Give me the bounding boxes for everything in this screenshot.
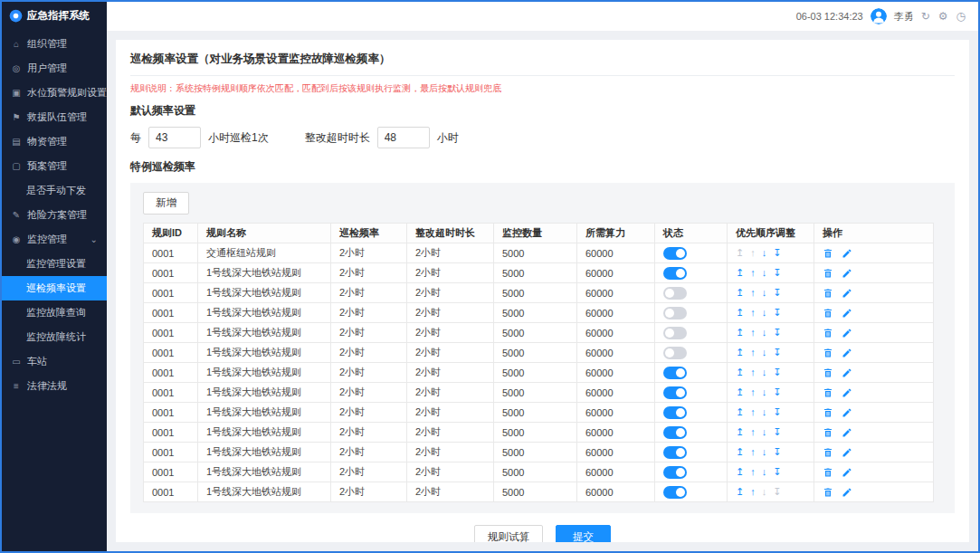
move-up-icon[interactable]: ↑ [750, 446, 756, 458]
move-top-icon[interactable]: ↥ [736, 267, 744, 279]
move-top-icon[interactable]: ↥ [736, 406, 744, 418]
edit-icon[interactable] [842, 487, 852, 498]
move-up-icon[interactable]: ↑ [750, 287, 756, 299]
move-up-icon[interactable]: ↑ [750, 327, 756, 338]
sidebar-item[interactable]: ≡法律法规 [2, 374, 107, 398]
status-toggle[interactable] [663, 486, 687, 499]
move-bottom-icon[interactable]: ↧ [773, 327, 781, 338]
refresh-icon[interactable]: ↻ [921, 10, 930, 23]
move-top-icon[interactable]: ↥ [736, 327, 744, 338]
move-down-icon[interactable]: ↓ [762, 386, 767, 398]
move-top-icon[interactable]: ↥ [736, 386, 744, 398]
move-down-icon[interactable]: ↓ [762, 347, 767, 358]
move-down-icon[interactable]: ↓ [762, 426, 767, 438]
move-bottom-icon[interactable]: ↧ [773, 486, 781, 498]
sidebar-item[interactable]: 监控管理设置 [2, 252, 107, 276]
status-toggle[interactable] [663, 406, 687, 419]
move-top-icon[interactable]: ↥ [736, 247, 744, 259]
move-down-icon[interactable]: ↓ [762, 367, 767, 378]
submit-button[interactable]: 提交 [556, 525, 611, 542]
delete-icon[interactable] [823, 387, 833, 398]
move-top-icon[interactable]: ↥ [736, 486, 744, 498]
rule-trial-button[interactable]: 规则试算 [474, 525, 543, 542]
status-toggle[interactable] [663, 386, 687, 399]
edit-icon[interactable] [842, 447, 852, 458]
sidebar-item[interactable]: ▭车站 [2, 349, 107, 374]
edit-icon[interactable] [842, 288, 852, 299]
delete-icon[interactable] [823, 308, 833, 319]
move-down-icon[interactable]: ↓ [762, 327, 767, 338]
username[interactable]: 李勇 [894, 10, 914, 24]
move-up-icon[interactable]: ↑ [750, 367, 756, 378]
edit-icon[interactable] [842, 467, 852, 478]
move-top-icon[interactable]: ↥ [736, 466, 744, 478]
move-up-icon[interactable]: ↑ [750, 486, 756, 498]
move-bottom-icon[interactable]: ↧ [773, 386, 781, 398]
status-toggle[interactable] [663, 347, 687, 359]
edit-icon[interactable] [842, 308, 852, 319]
move-bottom-icon[interactable]: ↧ [773, 267, 781, 279]
move-up-icon[interactable]: ↑ [750, 466, 756, 478]
sidebar-item[interactable]: ✎抢险方案管理 [2, 203, 107, 227]
move-up-icon[interactable]: ↑ [750, 267, 756, 279]
delete-icon[interactable] [823, 328, 833, 338]
move-down-icon[interactable]: ↓ [762, 247, 767, 259]
sidebar-item[interactable]: ⚑救援队伍管理 [2, 105, 107, 129]
move-up-icon[interactable]: ↑ [750, 247, 756, 259]
move-top-icon[interactable]: ↥ [736, 426, 744, 438]
sidebar-item[interactable]: ◉监控管理⌄ [2, 227, 107, 252]
delete-icon[interactable] [823, 248, 833, 259]
edit-icon[interactable] [842, 407, 852, 418]
avatar[interactable] [871, 8, 887, 24]
status-toggle[interactable] [663, 327, 687, 339]
move-bottom-icon[interactable]: ↧ [773, 426, 781, 438]
move-down-icon[interactable]: ↓ [762, 466, 767, 478]
delete-icon[interactable] [823, 467, 833, 478]
move-bottom-icon[interactable]: ↧ [773, 307, 781, 319]
move-bottom-icon[interactable]: ↧ [773, 406, 781, 418]
delete-icon[interactable] [823, 487, 833, 498]
sidebar-item[interactable]: 监控故障查询 [2, 300, 107, 325]
status-toggle[interactable] [663, 446, 687, 459]
delete-icon[interactable] [823, 407, 833, 418]
move-up-icon[interactable]: ↑ [750, 307, 756, 319]
edit-icon[interactable] [842, 248, 852, 259]
timeout-hours-input[interactable] [377, 127, 430, 148]
edit-icon[interactable] [842, 348, 852, 358]
status-toggle[interactable] [663, 367, 687, 379]
move-bottom-icon[interactable]: ↧ [773, 247, 781, 259]
move-bottom-icon[interactable]: ↧ [773, 367, 781, 378]
move-top-icon[interactable]: ↥ [736, 347, 744, 358]
move-up-icon[interactable]: ↑ [750, 426, 756, 438]
status-toggle[interactable] [663, 466, 687, 479]
delete-icon[interactable] [823, 447, 833, 458]
delete-icon[interactable] [823, 367, 833, 378]
move-top-icon[interactable]: ↥ [736, 287, 744, 299]
sidebar-item[interactable]: ▣水位预警规则设置 [2, 81, 107, 105]
edit-icon[interactable] [842, 367, 852, 378]
move-top-icon[interactable]: ↥ [736, 367, 744, 378]
delete-icon[interactable] [823, 427, 833, 438]
settings-icon[interactable]: ⚙ [938, 10, 948, 23]
sidebar-item[interactable]: ◎用户管理 [2, 56, 107, 81]
delete-icon[interactable] [823, 288, 833, 299]
move-up-icon[interactable]: ↑ [750, 386, 756, 398]
move-down-icon[interactable]: ↓ [762, 307, 767, 319]
move-top-icon[interactable]: ↥ [736, 307, 744, 319]
status-toggle[interactable] [663, 426, 687, 439]
status-toggle[interactable] [663, 287, 687, 300]
sidebar-item[interactable]: ▢预案管理 [2, 154, 107, 178]
move-up-icon[interactable]: ↑ [750, 347, 756, 358]
sidebar-item[interactable]: ⌂组织管理 [2, 32, 107, 56]
move-bottom-icon[interactable]: ↧ [773, 287, 781, 299]
sidebar-item[interactable]: 监控故障统计 [2, 325, 107, 349]
move-bottom-icon[interactable]: ↧ [773, 446, 781, 458]
move-bottom-icon[interactable]: ↧ [773, 347, 781, 358]
move-down-icon[interactable]: ↓ [762, 267, 767, 279]
move-top-icon[interactable]: ↥ [736, 446, 744, 458]
sidebar-item[interactable]: ▤物资管理 [2, 129, 107, 154]
move-bottom-icon[interactable]: ↧ [773, 466, 781, 478]
move-up-icon[interactable]: ↑ [750, 406, 756, 418]
move-down-icon[interactable]: ↓ [762, 287, 767, 299]
edit-icon[interactable] [842, 427, 852, 438]
